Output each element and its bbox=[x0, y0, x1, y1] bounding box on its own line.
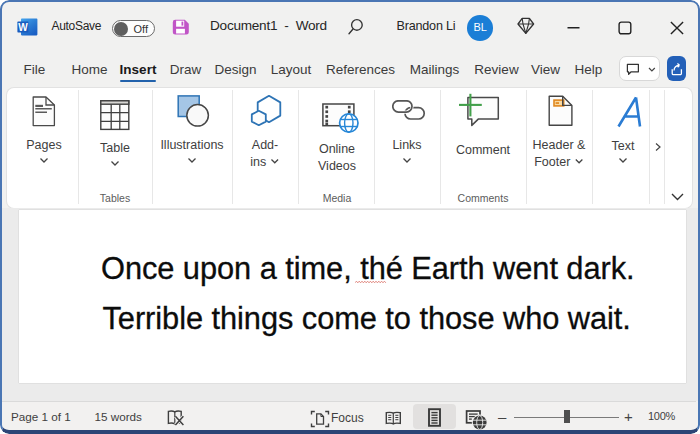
svg-text:W: W bbox=[18, 22, 28, 33]
